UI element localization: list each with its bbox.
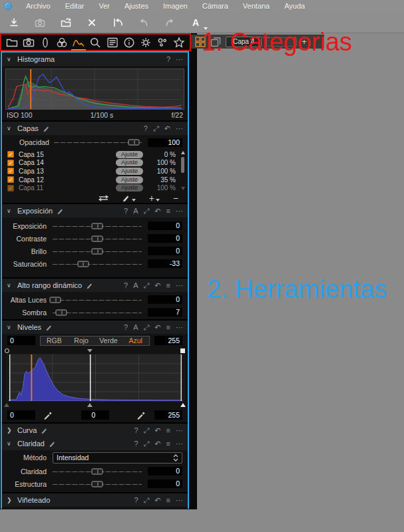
layer-row[interactable]: ✓ Capa 13 Ajuste 100 %	[7, 167, 188, 176]
brightness-slider[interactable]	[53, 247, 142, 255]
draw-mask-brush-icon[interactable]	[122, 194, 136, 202]
slider-value[interactable]: 0	[148, 295, 182, 304]
reset-icon[interactable]: ↶	[154, 426, 160, 434]
white-point-handle[interactable]	[180, 348, 185, 353]
annotate-icon[interactable]: A	[188, 16, 203, 29]
dropdown-caret-icon[interactable]	[156, 199, 160, 201]
collapse-chevron-icon[interactable]: ❯	[7, 497, 13, 503]
reset-icon[interactable]: ↶	[154, 323, 160, 331]
category-info-icon[interactable]	[122, 35, 136, 50]
slider-value[interactable]: 0	[148, 234, 182, 243]
help-icon[interactable]: ?	[166, 55, 170, 63]
layer-row[interactable]: ✓ Capa 12 Ajuste 35 %	[7, 176, 188, 184]
layer-filter-icon[interactable]	[99, 194, 108, 202]
category-ratings-star-icon[interactable]	[172, 35, 186, 50]
input-shadow-box[interactable]: 0	[7, 336, 35, 345]
shadow-eyedropper-icon[interactable]	[43, 410, 53, 420]
expand-icon[interactable]: ⤢	[144, 207, 150, 215]
vineteado-header[interactable]: ❯ Viñeteado ? ⤢ ↶ ≡ ⋯	[2, 493, 188, 507]
expand-icon[interactable]: ⤢	[144, 323, 150, 331]
capture-icon[interactable]	[33, 16, 47, 29]
dropdown-caret-icon[interactable]	[132, 199, 136, 201]
scroll-up-icon[interactable]	[181, 151, 185, 154]
brush-icon[interactable]	[86, 281, 94, 289]
menu-archivo[interactable]: Archivo	[19, 0, 58, 12]
slider-handle[interactable]	[56, 309, 67, 315]
opacity-value[interactable]: 100	[148, 138, 182, 147]
menu-ajustes[interactable]: Ajustes	[117, 0, 156, 12]
expand-icon[interactable]: ⤢	[144, 281, 150, 289]
delete-icon[interactable]	[85, 16, 99, 29]
exposicion-header[interactable]: ∨ Exposición ? A ⤢ ↶ ≡ ⋯	[2, 204, 188, 217]
brush-icon[interactable]	[41, 426, 49, 434]
collapse-chevron-icon[interactable]: ❯	[7, 427, 13, 434]
category-color-wheel-icon[interactable]	[55, 35, 69, 50]
more-options-icon[interactable]: ⋯	[176, 496, 183, 504]
slider-handle[interactable]	[77, 261, 89, 267]
presets-icon[interactable]: ≡	[166, 323, 170, 331]
more-options-icon[interactable]: ⋯	[176, 323, 183, 331]
category-adjustments-gear-icon[interactable]	[138, 35, 153, 50]
collapse-chevron-icon[interactable]: ∨	[7, 440, 13, 447]
more-options-icon[interactable]: ⋯	[176, 426, 183, 434]
reset-icon[interactable]: ↶	[154, 496, 160, 504]
layer-list-scrollbar[interactable]	[180, 151, 186, 190]
expand-icon[interactable]: ⤢	[144, 440, 150, 448]
layer-row[interactable]: ✓ Capa 15 Ajuste 0 %	[7, 150, 188, 159]
collapse-chevron-icon[interactable]: ∨	[7, 56, 13, 63]
output-black-handle[interactable]	[4, 403, 9, 407]
clarity-slider[interactable]	[53, 467, 142, 475]
reset-icon[interactable]: ↶	[154, 440, 160, 448]
histograma-header[interactable]: ∨ Histograma ? ⋯	[2, 53, 188, 66]
more-options-icon[interactable]: ⋯	[176, 207, 183, 215]
slider-handle[interactable]	[92, 468, 103, 474]
help-icon[interactable]: ?	[124, 207, 128, 215]
reset-icon[interactable]: ↶	[154, 281, 160, 289]
collapse-chevron-icon[interactable]: ∨	[7, 282, 13, 289]
export-icon[interactable]	[59, 16, 73, 29]
layer-row[interactable]: ✓ Capa 11 Ajuste 100 %	[7, 184, 188, 192]
input-highlight-box[interactable]: 255	[154, 336, 182, 345]
slider-value[interactable]: 0	[148, 467, 182, 475]
black-point-handle[interactable]	[5, 348, 9, 353]
add-layer-button[interactable]: +	[149, 194, 160, 202]
channel-verde[interactable]: Verde	[95, 336, 122, 345]
brush-icon[interactable]	[45, 323, 53, 331]
scrollbar-thumb[interactable]	[181, 157, 184, 173]
highlights-slider[interactable]	[53, 296, 142, 304]
capas-header[interactable]: ∨ Capas ? ⤢ ↶ ⋯	[2, 122, 188, 135]
help-icon[interactable]: ?	[134, 440, 138, 448]
menu-editar[interactable]: Editar	[58, 0, 92, 12]
expand-icon[interactable]: ⤢	[153, 124, 159, 132]
presets-icon[interactable]: ≡	[166, 281, 170, 289]
slider-value[interactable]: 7	[148, 308, 182, 317]
exposure-slider[interactable]	[53, 222, 142, 230]
channel-rgb[interactable]: RGB	[41, 336, 68, 345]
auto-adjust-icon[interactable]: A	[133, 207, 138, 215]
more-options-icon[interactable]: ⋯	[176, 55, 183, 63]
more-options-icon[interactable]: ⋯	[176, 281, 183, 289]
category-library-folder-icon[interactable]	[5, 35, 19, 50]
help-icon[interactable]: ?	[144, 124, 148, 132]
alto-rango-header[interactable]: ∨ Alto rango dinámico ? A ⤢ ↶ ≡ ⋯	[2, 279, 188, 292]
menu-ver[interactable]: Ver	[91, 0, 117, 12]
slider-handle[interactable]	[92, 235, 103, 241]
layer-checkbox[interactable]: ✓	[7, 185, 14, 192]
slider-value[interactable]: 0	[148, 247, 182, 255]
metodo-select[interactable]: Intensidad	[53, 452, 182, 464]
layer-row[interactable]: ✓ Capa 14 Ajuste 100 %	[7, 159, 188, 168]
expand-icon[interactable]: ⤢	[144, 496, 150, 504]
presets-icon[interactable]: ≡	[166, 207, 170, 215]
slider-value[interactable]: 0	[148, 479, 182, 488]
mid-value[interactable]: 0	[81, 410, 109, 420]
output-mid-handle[interactable]	[87, 403, 93, 407]
output-shadow-value[interactable]: 0	[7, 410, 35, 420]
layer-checkbox[interactable]: ✓	[7, 160, 14, 166]
category-output-icon[interactable]	[155, 35, 170, 50]
slider-handle[interactable]	[128, 140, 140, 146]
output-white-handle[interactable]	[180, 403, 186, 407]
slider-handle[interactable]	[92, 248, 103, 254]
brush-icon[interactable]	[57, 207, 65, 215]
structure-slider[interactable]	[53, 480, 142, 488]
more-options-icon[interactable]: ⋯	[176, 440, 183, 448]
